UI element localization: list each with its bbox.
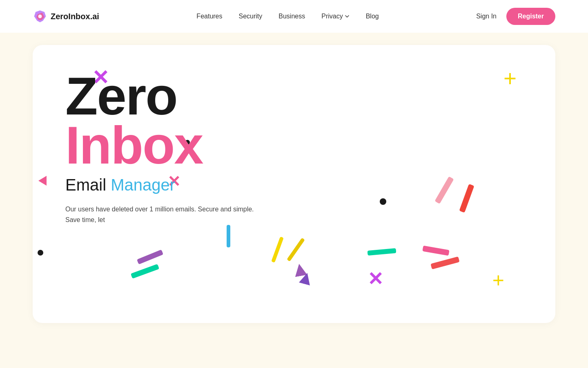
nav-blog[interactable]: Blog	[366, 13, 379, 20]
decoration-stick-red-2	[422, 245, 449, 256]
navbar: ZeroInbox.ai Features Security Business …	[0, 0, 588, 33]
nav-features[interactable]: Features	[196, 13, 222, 20]
decoration-stick-yellow-2	[287, 238, 305, 261]
nav-security[interactable]: Security	[239, 13, 263, 20]
chevron-down-icon	[345, 14, 350, 19]
hero-subtitle: Email Manager	[65, 176, 278, 194]
decoration-stick-green	[368, 248, 396, 256]
hero-zero: Zero	[65, 70, 278, 123]
hero-inbox: Inbox	[65, 119, 278, 172]
navbar-actions: Sign In Register	[476, 8, 555, 25]
decoration-stick-red-1	[430, 256, 459, 269]
decoration-stick-yellow-1	[271, 236, 284, 263]
decoration-plus-yellow-bottom-right: +	[492, 270, 504, 290]
decoration-plus-yellow-top-right: +	[503, 67, 517, 90]
nav-links: Features Security Business Privacy Blog	[196, 13, 379, 20]
hero-card: ✕ + ✕ ✕ +	[33, 45, 555, 323]
decoration-dot-dark-edge	[38, 250, 43, 256]
hero-text-block: Zero Inbox Email Manager Our users have …	[65, 70, 278, 225]
nav-business[interactable]: Business	[278, 13, 305, 20]
hero-subtitle-colored: Manager	[111, 176, 175, 194]
decoration-x-purple-bottom: ✕	[368, 269, 383, 288]
svg-point-0	[38, 15, 42, 18]
sign-in-button[interactable]: Sign In	[476, 13, 497, 20]
main-content: ✕ + ✕ ✕ +	[0, 33, 588, 335]
decoration-dot-dark-2	[380, 198, 386, 205]
hero-description: Our users have deleted over 1 million em…	[65, 204, 261, 225]
logo-icon	[33, 9, 47, 24]
decoration-triangle-pink	[38, 176, 47, 186]
decoration-stick-purple-bottom	[137, 249, 163, 264]
hero-subtitle-plain: Email	[65, 176, 111, 194]
decoration-stick-cyan	[227, 225, 230, 247]
register-button[interactable]: Register	[506, 8, 555, 25]
decoration-shape-bottom-left	[293, 263, 307, 277]
decoration-stick-green-bottom	[131, 264, 159, 278]
decoration-stick-orange-1	[459, 184, 474, 213]
decoration-stick-pink-1	[434, 176, 454, 204]
nav-privacy[interactable]: Privacy	[321, 13, 349, 20]
logo-link[interactable]: ZeroInbox.ai	[33, 9, 99, 24]
logo-text: ZeroInbox.ai	[51, 12, 99, 21]
